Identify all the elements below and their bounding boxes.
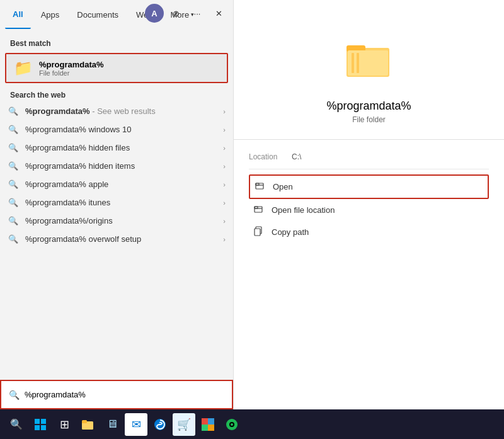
svg-rect-13 xyxy=(35,425,40,430)
svg-rect-12 xyxy=(41,419,46,424)
feedback-icon: ⊘ xyxy=(173,9,180,18)
search-icon: 🔍 xyxy=(8,106,19,116)
search-icon: 🔍 xyxy=(8,234,19,244)
search-item-text: %programdata% windows 10 xyxy=(25,125,217,134)
close-icon: ✕ xyxy=(215,9,222,18)
detail-divider xyxy=(234,139,504,140)
detail-location: Location C:\ xyxy=(249,150,489,169)
chevron-right-icon: › xyxy=(223,162,226,170)
svg-rect-18 xyxy=(202,418,208,425)
folder-icon: 📁 xyxy=(14,59,33,77)
taskbar-edge-icon[interactable] xyxy=(149,413,171,436)
svg-rect-14 xyxy=(41,425,46,430)
search-item-text: %programdata% - See web results xyxy=(25,106,217,116)
search-item-text: %programdata% apple xyxy=(25,180,217,189)
open-label: Open xyxy=(273,182,293,191)
file-location-icon xyxy=(253,204,265,216)
search-input[interactable] xyxy=(25,390,224,399)
search-box-icon: 🔍 xyxy=(9,390,20,400)
svg-rect-6 xyxy=(256,183,259,185)
search-item-text: %programdata% overwolf setup xyxy=(25,234,217,244)
list-item[interactable]: 🔍 %programdata% windows 10 › xyxy=(0,120,233,139)
best-match-title: %programdata% xyxy=(39,60,104,69)
list-item[interactable]: 🔍 %programdata% hidden files › xyxy=(0,139,233,157)
best-match-label: Best match xyxy=(0,34,233,50)
detail-panel: %programdata% File folder Location C:\ O… xyxy=(233,0,504,409)
chevron-right-icon: › xyxy=(223,199,226,207)
taskbar-desktop-icon[interactable]: 🖥 xyxy=(101,413,123,436)
svg-rect-8 xyxy=(255,207,258,208)
best-match-text: %programdata% File folder xyxy=(39,60,104,77)
ellipsis-icon: ··· xyxy=(194,9,201,18)
copy-path-action[interactable]: Copy path xyxy=(249,221,489,243)
list-item[interactable]: 🔍 %programdata% hidden items › xyxy=(0,157,233,175)
svg-rect-11 xyxy=(35,419,40,424)
taskbar-grid-icon[interactable]: ⊞ xyxy=(53,413,76,436)
chevron-right-icon: › xyxy=(223,126,226,134)
location-value: C:\ xyxy=(292,152,301,161)
svg-point-24 xyxy=(231,423,233,426)
open-file-location-action[interactable]: Open file location xyxy=(249,199,489,221)
search-results: Best match 📁 %programdata% File folder S… xyxy=(0,29,233,409)
search-icon: 🔍 xyxy=(8,198,19,207)
svg-rect-7 xyxy=(255,207,262,212)
list-item[interactable]: 🔍 %programdata% overwolf setup › xyxy=(0,230,233,248)
open-file-location-label: Open file location xyxy=(272,205,335,215)
chevron-right-icon: › xyxy=(223,144,226,152)
top-right-icons: A ⊘ ··· ✕ xyxy=(145,4,228,23)
search-box: 🔍 xyxy=(0,380,233,409)
list-item[interactable]: 🔍 %programdata% itunes › xyxy=(0,193,233,212)
list-item[interactable]: 🔍 %programdata%/origins › xyxy=(0,212,233,230)
chevron-right-icon: › xyxy=(223,181,226,188)
tab-apps[interactable]: Apps xyxy=(33,0,67,29)
search-icon: 🔍 xyxy=(8,216,19,225)
taskbar-mail-icon[interactable]: ✉ xyxy=(125,413,147,436)
search-item-text: %programdata% hidden files xyxy=(25,143,217,152)
copy-path-icon xyxy=(253,226,265,238)
taskbar: 🔍 ⊞ 🖥 ✉ 🛒 xyxy=(0,409,504,439)
copy-path-label: Copy path xyxy=(272,227,309,237)
svg-rect-4 xyxy=(357,53,359,73)
search-item-text: %programdata% itunes xyxy=(25,198,217,207)
svg-rect-19 xyxy=(208,418,214,425)
svg-rect-16 xyxy=(82,420,87,423)
detail-title: %programdata% xyxy=(326,100,411,113)
more-options-button[interactable]: ··· xyxy=(188,4,207,23)
svg-rect-5 xyxy=(256,183,263,189)
search-item-text: %programdata% hidden items xyxy=(25,161,217,171)
avatar[interactable]: A xyxy=(145,4,164,23)
detail-actions: Location C:\ Open Open file lo xyxy=(234,150,504,243)
search-item-text: %programdata%/origins xyxy=(25,216,217,225)
taskbar-files-icon[interactable] xyxy=(77,413,100,436)
search-icon: 🔍 xyxy=(8,125,19,134)
chevron-right-icon: › xyxy=(223,108,226,115)
search-icon: 🔍 xyxy=(8,143,19,152)
web-search-label: Search the web xyxy=(0,86,233,102)
best-match-item[interactable]: 📁 %programdata% File folder xyxy=(5,53,228,83)
detail-folder-icon xyxy=(346,38,392,89)
svg-rect-3 xyxy=(352,53,354,73)
list-item[interactable]: 🔍 %programdata% apple › xyxy=(0,175,233,193)
taskbar-windows-icon[interactable] xyxy=(29,413,52,436)
open-icon xyxy=(254,181,266,193)
tab-documents[interactable]: Documents xyxy=(69,0,126,29)
best-match-subtitle: File folder xyxy=(39,69,104,77)
chevron-right-icon: › xyxy=(223,236,226,243)
svg-rect-20 xyxy=(202,425,208,431)
taskbar-search-icon[interactable]: 🔍 xyxy=(5,413,28,436)
taskbar-app-icon[interactable] xyxy=(220,413,243,436)
chevron-right-icon: › xyxy=(223,217,226,225)
list-item[interactable]: 🔍 %programdata% - See web results › xyxy=(0,102,233,120)
tab-all[interactable]: All xyxy=(5,0,31,29)
search-icon: 🔍 xyxy=(8,180,19,189)
location-label: Location xyxy=(249,152,287,161)
feedback-button[interactable]: ⊘ xyxy=(166,4,185,23)
close-button[interactable]: ✕ xyxy=(209,4,228,23)
svg-rect-10 xyxy=(255,229,260,236)
search-panel: All Apps Documents Web More ▾ A ⊘ ··· ✕ xyxy=(0,0,233,409)
svg-rect-21 xyxy=(208,425,214,431)
taskbar-paint-icon[interactable] xyxy=(197,413,219,436)
taskbar-store-icon[interactable]: 🛒 xyxy=(173,413,195,436)
search-icon: 🔍 xyxy=(8,161,19,171)
open-action[interactable]: Open xyxy=(249,174,489,199)
